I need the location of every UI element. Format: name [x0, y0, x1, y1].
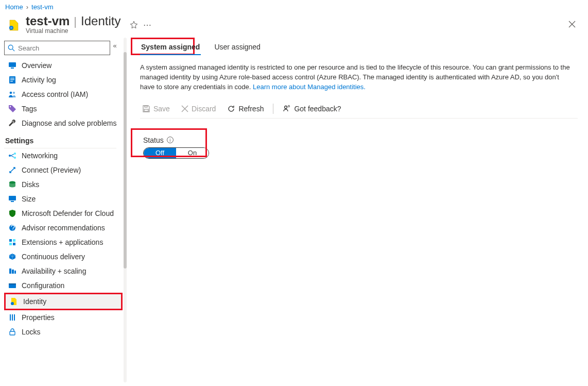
info-icon[interactable]: i — [167, 137, 174, 143]
connect-icon — [8, 166, 16, 174]
sidebar-item-tags[interactable]: Tags — [4, 102, 123, 116]
status-toggle[interactable]: Off On — [143, 147, 209, 159]
people-icon — [8, 90, 16, 98]
sidebar: « Overview Activity log Access control (… — [0, 38, 123, 382]
svg-rect-8 — [10, 79, 14, 80]
lock-icon — [8, 328, 16, 336]
learn-more-link[interactable]: Learn more about Managed identities. — [253, 83, 366, 91]
toggle-on[interactable]: On — [176, 148, 209, 158]
svg-point-13 — [9, 155, 11, 157]
sidebar-item-label: Access control (IAM) — [22, 90, 88, 98]
sidebar-item-configuration[interactable]: Configuration — [4, 278, 123, 293]
svg-rect-21 — [9, 239, 12, 242]
tab-user-assigned[interactable]: User assigned — [213, 41, 262, 55]
sidebar-item-label: Connect (Preview) — [22, 166, 81, 174]
log-icon — [8, 76, 16, 84]
command-bar: Save Discard Refresh Got feedback? — [140, 102, 578, 119]
sidebar-item-label: Extensions + applications — [22, 238, 103, 246]
svg-rect-7 — [10, 78, 14, 78]
svg-point-30 — [11, 302, 14, 305]
sidebar-item-disks[interactable]: Disks — [4, 177, 123, 192]
networking-icon — [8, 152, 16, 160]
shield-icon — [8, 209, 16, 217]
search-box[interactable] — [4, 41, 110, 55]
description-text: A system assigned managed identity is re… — [140, 63, 573, 92]
advisor-icon — [8, 224, 16, 232]
svg-rect-22 — [13, 239, 15, 242]
svg-point-14 — [14, 153, 16, 155]
svg-rect-25 — [9, 268, 11, 274]
svg-point-2 — [8, 45, 13, 49]
identity-icon — [10, 297, 18, 306]
toolbar-divider — [273, 104, 273, 114]
sidebar-item-defender[interactable]: Microsoft Defender for Cloud — [4, 206, 123, 221]
sidebar-item-label: Properties — [22, 313, 55, 322]
sidebar-item-connect[interactable]: Connect (Preview) — [4, 163, 123, 177]
svg-rect-17 — [9, 196, 16, 200]
sidebar-item-label: Overview — [22, 61, 51, 70]
svg-rect-1 — [10, 27, 12, 29]
sidebar-scrollbar[interactable] — [124, 38, 127, 382]
svg-rect-18 — [11, 201, 14, 202]
status-block: Status i Off On — [140, 133, 213, 164]
svg-rect-26 — [12, 270, 14, 274]
main-content: System assigned User assigned A system a… — [131, 38, 588, 382]
sidebar-item-label: Networking — [22, 152, 58, 160]
sidebar-item-advisor[interactable]: Advisor recommendations — [4, 221, 123, 235]
sidebar-item-activity-log[interactable]: Activity log — [4, 73, 123, 87]
collapse-sidebar-icon[interactable]: « — [110, 42, 119, 49]
sidebar-item-label: Tags — [22, 105, 37, 113]
sidebar-item-diagnose[interactable]: Diagnose and solve problems — [4, 116, 123, 130]
extensions-icon — [8, 238, 16, 246]
svg-rect-31 — [10, 314, 11, 321]
breadcrumb-resource[interactable]: test-vm — [31, 3, 54, 11]
sidebar-item-extensions[interactable]: Extensions + applications — [4, 235, 123, 249]
sidebar-item-overview[interactable]: Overview — [4, 58, 123, 73]
more-icon[interactable]: ⋯ — [143, 20, 152, 30]
refresh-button[interactable]: Refresh — [225, 104, 266, 114]
search-icon — [8, 44, 15, 52]
sidebar-item-continuous-delivery[interactable]: Continuous delivery — [4, 249, 123, 264]
tag-icon — [8, 105, 16, 113]
svg-rect-29 — [9, 283, 16, 284]
toggle-off[interactable]: Off — [144, 148, 176, 158]
sidebar-item-access-control[interactable]: Access control (IAM) — [4, 87, 123, 102]
sidebar-item-locks[interactable]: Locks — [4, 325, 123, 339]
sidebar-item-label: Locks — [22, 328, 41, 336]
sidebar-item-networking[interactable]: Networking — [4, 148, 123, 163]
svg-point-12 — [10, 106, 11, 107]
discard-icon — [181, 105, 188, 112]
page-title-sub: Identity — [81, 14, 120, 28]
svg-point-10 — [10, 92, 12, 94]
sidebar-item-size[interactable]: Size — [4, 192, 123, 206]
svg-rect-5 — [11, 68, 14, 69]
sidebar-item-availability[interactable]: Availability + scaling — [4, 264, 123, 278]
sidebar-item-label: Availability + scaling — [22, 267, 86, 275]
svg-line-3 — [12, 49, 14, 51]
delivery-icon — [8, 253, 16, 261]
search-input[interactable] — [18, 44, 107, 52]
sidebar-item-label: Disks — [22, 180, 39, 189]
svg-rect-24 — [13, 243, 15, 245]
size-icon — [8, 195, 16, 203]
discard-button[interactable]: Discard — [179, 104, 218, 114]
breadcrumb-home[interactable]: Home — [5, 3, 23, 11]
close-button[interactable] — [563, 18, 581, 31]
pin-icon[interactable] — [130, 21, 138, 29]
sidebar-item-label: Microsoft Defender for Cloud — [22, 209, 114, 217]
refresh-icon — [227, 105, 235, 113]
tab-system-assigned[interactable]: System assigned — [140, 41, 201, 55]
svg-rect-35 — [144, 109, 148, 111]
sidebar-item-properties[interactable]: Properties — [4, 310, 123, 325]
status-label: Status — [143, 136, 164, 144]
sidebar-item-identity[interactable]: Identity — [4, 293, 123, 310]
svg-rect-34 — [10, 331, 15, 335]
svg-rect-32 — [12, 314, 13, 321]
disks-icon — [8, 180, 16, 189]
svg-rect-4 — [9, 62, 16, 67]
sidebar-item-label: Configuration — [22, 281, 64, 290]
sidebar-item-label: Size — [22, 195, 36, 203]
feedback-button[interactable]: Got feedback? — [281, 104, 343, 114]
save-button[interactable]: Save — [140, 104, 172, 114]
svg-rect-9 — [10, 81, 13, 81]
